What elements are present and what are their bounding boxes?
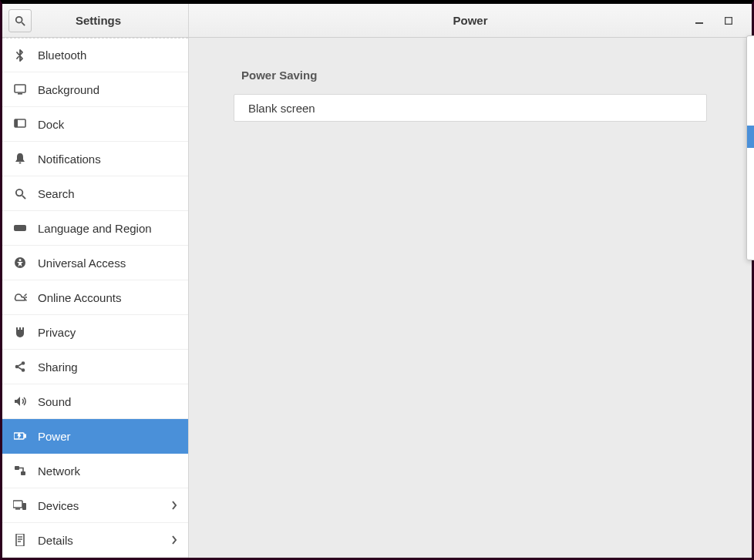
sidebar-item-language-region[interactable]: Language and Region bbox=[2, 211, 188, 246]
maximize-button[interactable] bbox=[722, 15, 735, 27]
svg-rect-14 bbox=[16, 327, 18, 330]
sidebar-item-details[interactable]: Details bbox=[2, 523, 188, 558]
search-icon bbox=[15, 15, 25, 26]
sidebar: Bluetooth Background Dock Notifications bbox=[2, 38, 189, 558]
section-title-power-saving: Power Saving bbox=[234, 69, 707, 82]
minimize-button[interactable] bbox=[693, 15, 705, 27]
dropdown-option[interactable]: 8 minutes bbox=[747, 148, 754, 170]
sidebar-item-network[interactable]: Network bbox=[2, 454, 188, 488]
titlebar-left: Settings bbox=[2, 4, 189, 37]
dropdown-option[interactable]: 15 minutes bbox=[747, 215, 754, 237]
chevron-right-icon bbox=[171, 501, 177, 510]
svg-line-21 bbox=[19, 367, 22, 370]
dropdown-option[interactable]: 3 minutes bbox=[747, 81, 754, 103]
sidebar-item-label: Universal Access bbox=[38, 257, 177, 270]
svg-rect-27 bbox=[15, 508, 20, 510]
svg-point-13 bbox=[19, 259, 22, 261]
svg-rect-15 bbox=[19, 327, 21, 330]
minimize-icon bbox=[695, 17, 703, 25]
svg-rect-11 bbox=[14, 225, 26, 231]
dropdown-option[interactable]: 1 minute bbox=[747, 36, 754, 59]
sidebar-item-background[interactable]: Background bbox=[2, 72, 188, 107]
svg-rect-7 bbox=[15, 119, 18, 127]
dock-icon bbox=[13, 117, 27, 131]
sidebar-item-universal-access[interactable]: Universal Access bbox=[2, 246, 188, 280]
svg-rect-2 bbox=[695, 22, 703, 24]
sidebar-item-label: Search bbox=[38, 187, 177, 200]
accessibility-icon bbox=[13, 256, 27, 270]
details-icon bbox=[13, 533, 27, 547]
power-icon bbox=[13, 429, 27, 443]
sidebar-item-label: Sharing bbox=[38, 360, 177, 374]
sidebar-item-label: Bluetooth bbox=[38, 49, 177, 62]
svg-rect-25 bbox=[21, 471, 25, 475]
dropdown-option[interactable]: Never bbox=[747, 237, 754, 260]
svg-point-18 bbox=[22, 361, 25, 365]
sidebar-item-dock[interactable]: Dock bbox=[2, 107, 188, 142]
svg-line-10 bbox=[22, 195, 25, 198]
svg-point-9 bbox=[15, 189, 22, 195]
bluetooth-icon bbox=[13, 49, 27, 62]
svg-rect-29 bbox=[16, 534, 24, 546]
bell-icon bbox=[13, 152, 27, 166]
svg-rect-28 bbox=[22, 503, 26, 510]
sidebar-item-sound[interactable]: Sound bbox=[2, 384, 188, 419]
speaker-icon bbox=[13, 394, 27, 408]
sidebar-item-label: Sound bbox=[38, 395, 177, 408]
svg-line-20 bbox=[19, 364, 22, 367]
sidebar-item-label: Devices bbox=[38, 499, 160, 512]
window-body: Bluetooth Background Dock Notifications bbox=[2, 38, 752, 558]
sidebar-item-label: Privacy bbox=[38, 326, 177, 339]
page-title: Power bbox=[189, 4, 752, 37]
sidebar-item-notifications[interactable]: Notifications bbox=[2, 142, 188, 176]
sidebar-item-label: Language and Region bbox=[38, 222, 177, 235]
share-icon bbox=[13, 360, 27, 374]
svg-rect-8 bbox=[19, 163, 22, 164]
chevron-right-icon bbox=[171, 535, 177, 545]
privacy-icon bbox=[13, 325, 27, 339]
sidebar-item-sharing[interactable]: Sharing bbox=[2, 350, 188, 384]
dropdown-option[interactable]: 4 minutes bbox=[747, 103, 754, 126]
sidebar-item-label: Online Accounts bbox=[38, 291, 177, 304]
blank-screen-row: Blank screen bbox=[234, 95, 706, 121]
dropdown-option-selected[interactable]: 5 minutes bbox=[747, 126, 754, 148]
sidebar-item-search[interactable]: Search bbox=[2, 176, 188, 211]
sidebar-item-online-accounts[interactable]: Online Accounts bbox=[2, 280, 188, 315]
dropdown-option[interactable]: 12 minutes bbox=[747, 193, 754, 215]
dropdown-option[interactable]: 2 minutes bbox=[747, 59, 754, 81]
cloud-icon bbox=[13, 290, 27, 304]
sidebar-title: Settings bbox=[38, 14, 188, 27]
svg-line-1 bbox=[22, 22, 25, 25]
search-button[interactable] bbox=[8, 9, 32, 32]
window-frame: Settings Power Bluetooth Background bbox=[0, 0, 754, 560]
blank-screen-dropdown[interactable]: 1 minute 2 minutes 3 minutes 4 minutes 5… bbox=[746, 35, 754, 260]
svg-point-19 bbox=[22, 368, 25, 372]
blank-screen-label: Blank screen bbox=[248, 102, 692, 115]
svg-rect-3 bbox=[725, 17, 732, 24]
maximize-icon bbox=[725, 17, 732, 25]
dropdown-option[interactable]: 10 minutes bbox=[747, 170, 754, 193]
sidebar-item-label: Notifications bbox=[38, 153, 177, 166]
background-icon bbox=[13, 82, 27, 96]
svg-rect-5 bbox=[18, 93, 22, 95]
sidebar-item-label: Network bbox=[38, 464, 177, 478]
sidebar-item-devices[interactable]: Devices bbox=[2, 488, 188, 523]
sidebar-item-label: Dock bbox=[38, 118, 177, 131]
sidebar-item-label: Power bbox=[38, 430, 177, 443]
sidebar-list[interactable]: Bluetooth Background Dock Notifications bbox=[2, 38, 188, 558]
sidebar-item-label: Background bbox=[38, 83, 177, 96]
svg-rect-23 bbox=[25, 434, 26, 438]
titlebar: Settings Power bbox=[2, 4, 752, 38]
devices-icon bbox=[13, 498, 27, 512]
search-icon bbox=[13, 186, 27, 200]
power-saving-group: Blank screen bbox=[234, 94, 707, 122]
sidebar-item-label: Details bbox=[38, 534, 160, 547]
content-area: Power Saving Blank screen 1 minute 2 min… bbox=[189, 38, 752, 558]
network-icon bbox=[13, 464, 27, 478]
svg-point-0 bbox=[16, 16, 22, 22]
sidebar-item-bluetooth[interactable]: Bluetooth bbox=[2, 38, 188, 72]
window-controls bbox=[693, 4, 746, 37]
sidebar-item-privacy[interactable]: Privacy bbox=[2, 315, 188, 350]
sidebar-item-power[interactable]: Power bbox=[2, 419, 188, 454]
svg-rect-4 bbox=[15, 85, 25, 92]
